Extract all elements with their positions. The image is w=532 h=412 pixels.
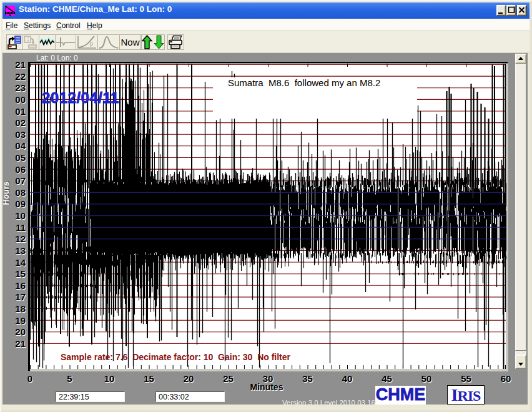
svg-text:p: p [90, 41, 93, 47]
